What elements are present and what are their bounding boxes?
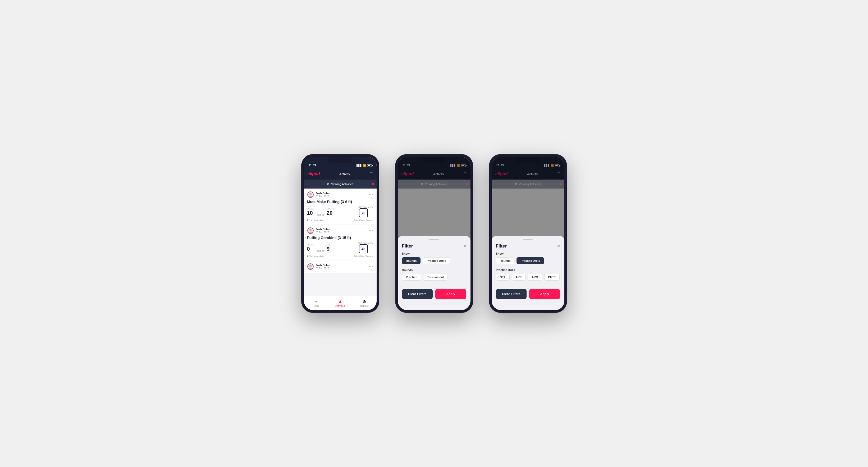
- modal-sheet-3: Filter ✕ Show Rounds Practice Drills Pra…: [492, 236, 564, 310]
- rounds-section-label-2: Rounds: [402, 269, 466, 272]
- shot-quality-badge-1: 75: [359, 208, 368, 217]
- shot-quality-value-2: 45: [362, 247, 365, 251]
- score-label-1: Score: [307, 208, 314, 210]
- modal-header-3: Filter ✕: [492, 244, 564, 252]
- tournament-chip-2[interactable]: Tournament: [423, 274, 448, 281]
- show-label-3: Show: [496, 252, 560, 255]
- status-time-1: 11:33: [309, 164, 316, 167]
- bottom-nav-1: ⌂ Home ♟ Activities ⊕ Capture: [304, 296, 377, 310]
- user-info-2: Josh Coles 28 Feb 2023: [307, 227, 330, 234]
- modal-header-2: Filter ✕: [398, 244, 470, 252]
- user-info-1: Josh Coles 28 Feb 2023: [307, 191, 330, 198]
- card-title-1: Must Make Putting (3-6 ft): [307, 200, 373, 204]
- user-name-1: Josh Coles: [316, 192, 330, 195]
- signal-icon-1: ▋▋▋: [356, 164, 362, 167]
- practice-drills-chip-2[interactable]: Practice Drills: [423, 257, 450, 264]
- user-name-3: Josh Coles: [316, 264, 330, 267]
- modal-handle-2: [429, 239, 439, 240]
- shot-quality-label-2: Shot Quality: [358, 242, 373, 244]
- more-dots-3[interactable]: •••: [369, 264, 373, 269]
- app-chip-3[interactable]: APP: [512, 274, 526, 281]
- score-label-2: Score: [307, 244, 314, 246]
- info-icon-2: ℹ: [307, 255, 308, 257]
- scene: 11:33 ▋▋▋ 🛜 clippd Activity ☰ ⚙ Viewing …: [285, 138, 583, 329]
- clear-filters-button-3[interactable]: Clear Filters: [496, 289, 527, 299]
- modal-close-2[interactable]: ✕: [463, 244, 466, 248]
- show-label-2: Show: [402, 252, 466, 255]
- viewing-bar-1[interactable]: ⚙ Viewing Activities: [304, 180, 377, 189]
- header-title-1: Activity: [339, 172, 350, 176]
- avatar-2: [307, 227, 314, 234]
- test-info-1: ℹ Test Information: [307, 219, 324, 221]
- test-info-2: ℹ Test Information: [307, 255, 324, 257]
- user-details-2: Josh Coles 28 Feb 2023: [316, 228, 330, 234]
- more-dots-1[interactable]: •••: [369, 192, 373, 197]
- apply-button-2[interactable]: Apply: [435, 289, 466, 299]
- nav-capture-1[interactable]: ⊕ Capture: [352, 299, 377, 307]
- activity-card-3: Josh Coles 28 Feb 2023 •••: [304, 260, 377, 273]
- activities-icon-1: ♟: [338, 299, 342, 304]
- wifi-icon-1: 🛜: [363, 164, 366, 167]
- user-date-3: 28 Feb 2023: [316, 267, 330, 270]
- avatar-3: [307, 263, 314, 270]
- card-stats-2: Score 0 OUT OF Shots 9 Shot Quality 45: [307, 242, 373, 253]
- phone-1: 11:33 ▋▋▋ 🛜 clippd Activity ☰ ⚙ Viewing …: [301, 154, 379, 313]
- data-source-2: Data: Clippd Capture: [353, 255, 373, 257]
- practice-chip-2[interactable]: Practice: [402, 274, 421, 281]
- apply-button-3[interactable]: Apply: [529, 289, 560, 299]
- nav-activities-label-1: Activities: [335, 305, 345, 307]
- filter-icon-1: ⚙: [327, 183, 330, 186]
- user-info-3: Josh Coles 28 Feb 2023: [307, 263, 330, 270]
- show-chips-2: Rounds Practice Drills: [402, 257, 466, 264]
- card-footer-1: ℹ Test Information Data: Clippd Capture: [307, 219, 373, 221]
- more-dots-2[interactable]: •••: [369, 228, 373, 233]
- card-header-2: Josh Coles 28 Feb 2023 •••: [307, 227, 373, 234]
- score-group-1: Score 10: [307, 208, 314, 216]
- nav-activities-1[interactable]: ♟ Activities: [328, 299, 352, 307]
- modal-body-3: Show Rounds Practice Drills Practice Dri…: [492, 252, 564, 281]
- shot-quality-badge-2: 45: [359, 244, 368, 253]
- avatar-inner-3: [307, 263, 314, 270]
- avatar-inner-1: [307, 191, 314, 198]
- score-value-1: 10: [307, 210, 314, 216]
- phone-1-screen: 11:33 ▋▋▋ 🛜 clippd Activity ☰ ⚙ Viewing …: [304, 157, 377, 310]
- user-name-2: Josh Coles: [316, 228, 330, 231]
- shot-quality-group-2: Shot Quality 45: [358, 242, 373, 253]
- out-of-1: OUT OF: [317, 214, 324, 216]
- info-icon-1: ℹ: [307, 219, 308, 221]
- putt-chip-3[interactable]: PUTT: [544, 274, 560, 281]
- phone-3-screen: 11:33 ▋▋▋ 🛜 clippd Activity ☰ ⚙ Viewing …: [492, 157, 564, 310]
- arg-chip-3[interactable]: ARG: [528, 274, 542, 281]
- shots-value-2: 9: [327, 246, 334, 252]
- modal-close-3[interactable]: ✕: [557, 244, 560, 248]
- user-details-1: Josh Coles 28 Feb 2023: [316, 192, 330, 197]
- notch-1: [328, 157, 352, 163]
- phone-2: 11:33 ▋▋▋ 🛜 clippd Activity ☰ ⚙ Viewing …: [395, 154, 473, 313]
- hamburger-icon-1[interactable]: ☰: [369, 172, 373, 176]
- filter-modal-2: Filter ✕ Show Rounds Practice Drills Rou…: [398, 157, 470, 310]
- user-details-3: Josh Coles 28 Feb 2023: [316, 264, 330, 270]
- ott-chip-3[interactable]: OTT: [496, 274, 509, 281]
- capture-icon-1: ⊕: [363, 299, 366, 304]
- practice-drills-chip-3[interactable]: Practice Drills: [517, 257, 544, 264]
- test-info-text-2: Test Information: [309, 255, 324, 257]
- clear-filters-button-2[interactable]: Clear Filters: [402, 289, 433, 299]
- avatar-1: [307, 191, 314, 198]
- notification-dot-1: [372, 183, 374, 185]
- score-group-2: Score 0: [307, 244, 314, 252]
- card-header-1: Josh Coles 28 Feb 2023 •••: [307, 191, 373, 198]
- phone-2-screen: 11:33 ▋▋▋ 🛜 clippd Activity ☰ ⚙ Viewing …: [398, 157, 470, 310]
- nav-capture-label-1: Capture: [360, 305, 369, 307]
- modal-footer-2: Clear Filters Apply: [398, 285, 470, 299]
- modal-handle-3: [523, 239, 533, 240]
- nav-home-1[interactable]: ⌂ Home: [304, 299, 328, 307]
- card-stats-1: Score 10 OUT OF Shots 20 Shot Quality 75: [307, 206, 373, 217]
- avatar-inner-2: [307, 227, 314, 234]
- user-date-2: 28 Feb 2023: [316, 231, 330, 234]
- home-icon-1: ⌂: [315, 299, 317, 304]
- nav-home-label-1: Home: [313, 305, 319, 307]
- rounds-chip-3[interactable]: Rounds: [496, 257, 515, 264]
- rounds-chip-2[interactable]: Rounds: [402, 257, 421, 264]
- shot-quality-group-1: Shot Quality 75: [358, 206, 373, 217]
- card-footer-2: ℹ Test Information Data: Clippd Capture: [307, 255, 373, 257]
